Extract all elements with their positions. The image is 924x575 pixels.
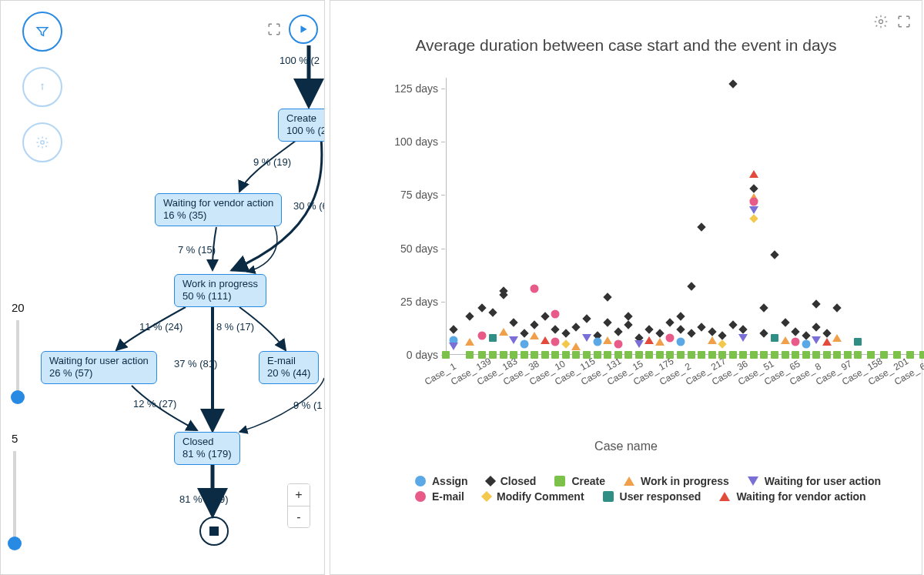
data-point[interactable] (624, 312, 633, 320)
data-point[interactable] (760, 351, 768, 359)
data-point[interactable] (571, 343, 581, 350)
legend-item[interactable]: Waiting for user action (748, 475, 881, 487)
data-point[interactable] (749, 214, 758, 222)
data-point[interactable] (666, 351, 674, 359)
data-point[interactable] (844, 351, 852, 359)
data-point[interactable] (478, 351, 486, 359)
data-point[interactable] (708, 327, 716, 336)
data-point[interactable] (854, 351, 862, 359)
legend-item[interactable]: Work in progress (624, 475, 729, 487)
data-point[interactable] (530, 332, 539, 339)
data-point[interactable] (614, 351, 622, 359)
data-point[interactable] (655, 338, 665, 346)
data-point[interactable] (750, 351, 758, 359)
data-point[interactable] (466, 351, 474, 359)
data-point[interactable] (520, 329, 528, 338)
chart-fullscreen-icon[interactable] (896, 13, 912, 30)
data-point[interactable] (644, 336, 654, 344)
data-point[interactable] (749, 184, 758, 192)
data-point[interactable] (583, 351, 591, 359)
data-point[interactable] (854, 338, 862, 346)
data-point[interactable] (697, 323, 705, 331)
data-point[interactable] (635, 351, 643, 359)
data-point[interactable] (509, 319, 517, 327)
data-point[interactable] (698, 351, 705, 359)
data-point[interactable] (822, 329, 831, 338)
data-point[interactable] (812, 299, 821, 308)
data-point[interactable] (645, 351, 653, 359)
data-point[interactable] (531, 285, 539, 293)
data-point[interactable] (738, 334, 748, 342)
data-point[interactable] (802, 351, 810, 359)
data-point[interactable] (478, 332, 487, 340)
data-point[interactable] (603, 293, 611, 302)
data-point[interactable] (449, 343, 458, 350)
data-point[interactable] (708, 336, 717, 344)
data-point[interactable] (614, 327, 622, 336)
data-point[interactable] (666, 319, 675, 327)
data-point[interactable] (449, 325, 457, 333)
node-work-in-progress[interactable]: Work in progress 50 % (111) (174, 274, 266, 307)
data-point[interactable] (551, 351, 559, 359)
data-point[interactable] (781, 336, 790, 344)
data-point[interactable] (749, 197, 758, 206)
data-point[interactable] (760, 303, 768, 312)
zoom-out-button[interactable]: - (288, 506, 310, 527)
data-point[interactable] (688, 351, 695, 359)
data-point[interactable] (624, 351, 632, 359)
data-point[interactable] (718, 331, 727, 339)
data-point[interactable] (465, 312, 474, 320)
data-point[interactable] (822, 338, 832, 346)
data-point[interactable] (792, 338, 800, 346)
data-point[interactable] (656, 351, 664, 359)
data-point[interactable] (812, 351, 820, 359)
data-point[interactable] (489, 334, 497, 342)
expand-icon[interactable] (266, 21, 283, 38)
zoom-in-button[interactable]: + (288, 484, 310, 506)
info-button[interactable] (22, 67, 62, 107)
data-point[interactable] (562, 351, 570, 359)
data-point[interactable] (634, 340, 644, 348)
data-point[interactable] (728, 321, 737, 329)
data-point[interactable] (771, 351, 778, 359)
data-point[interactable] (708, 351, 716, 359)
data-point[interactable] (561, 329, 570, 338)
data-point[interactable] (531, 351, 538, 359)
data-point[interactable] (489, 351, 497, 359)
data-point[interactable] (582, 334, 591, 342)
data-point[interactable] (500, 351, 507, 359)
data-point[interactable] (823, 351, 831, 359)
data-point[interactable] (812, 323, 821, 331)
node-email[interactable]: E-mail 20 % (44) (259, 351, 319, 384)
data-point[interactable] (488, 308, 497, 316)
data-point[interactable] (676, 325, 685, 333)
settings-button[interactable] (22, 122, 62, 162)
data-point[interactable] (770, 250, 778, 259)
data-point[interactable] (541, 312, 549, 320)
data-point[interactable] (465, 338, 474, 346)
data-point[interactable] (782, 351, 789, 359)
data-point[interactable] (603, 336, 612, 344)
data-point[interactable] (561, 339, 570, 348)
legend-item[interactable]: Closed (487, 475, 537, 487)
data-point[interactable] (832, 334, 842, 342)
data-point[interactable] (572, 323, 581, 331)
legend-item[interactable]: Modify Comment (483, 490, 584, 503)
data-point[interactable] (478, 303, 487, 312)
data-point[interactable] (624, 321, 633, 329)
data-point[interactable] (676, 312, 685, 320)
data-point[interactable] (551, 325, 560, 333)
play-button[interactable] (289, 15, 318, 44)
node-waiting-vendor[interactable]: Waiting for vendor action 16 % (35) (155, 193, 282, 226)
legend-item[interactable]: Assign (415, 475, 468, 487)
data-point[interactable] (802, 340, 810, 349)
data-point[interactable] (739, 351, 747, 359)
data-point[interactable] (760, 329, 768, 338)
legend-item[interactable]: Waiting for vendor action (719, 490, 865, 503)
data-point[interactable] (551, 338, 560, 346)
chart-settings-icon[interactable] (872, 13, 889, 30)
data-point[interactable] (541, 351, 549, 359)
data-point[interactable] (718, 351, 726, 359)
data-point[interactable] (531, 321, 539, 329)
data-point[interactable] (893, 351, 901, 359)
